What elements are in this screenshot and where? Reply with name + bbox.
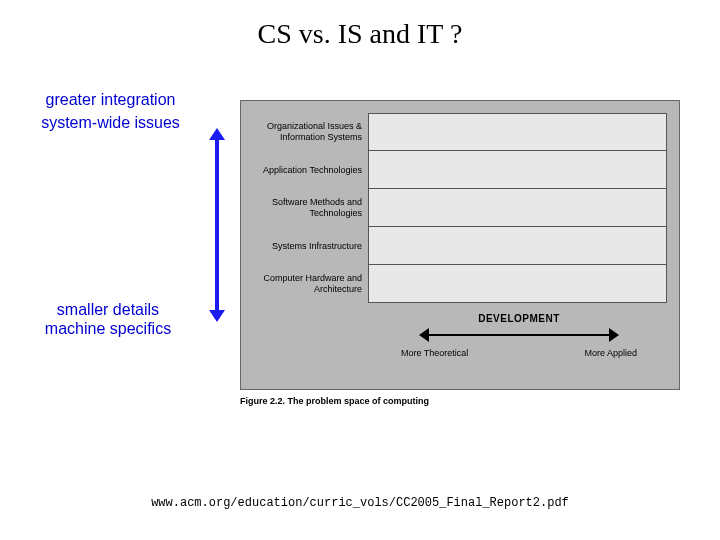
anno-bottom-line2: machine specifics <box>18 319 198 338</box>
layer-box <box>368 150 667 189</box>
layer-label: Organizational Issues & Information Syst… <box>253 113 368 151</box>
development-axis: DEVELOPMENT More Theoretical More Applie… <box>371 313 667 379</box>
layer-row: Software Methods and Technologies <box>253 189 667 227</box>
layer-label: Software Methods and Technologies <box>253 189 368 227</box>
layer-box <box>368 226 667 265</box>
axis-left-label: More Theoretical <box>401 348 468 358</box>
layer-rows: Organizational Issues & Information Syst… <box>253 113 667 303</box>
horizontal-double-arrow-icon <box>419 328 619 342</box>
figure-container: Organizational Issues & Information Syst… <box>240 100 680 406</box>
layer-row: Computer Hardware and Architecture <box>253 265 667 303</box>
layer-row: Organizational Issues & Information Syst… <box>253 113 667 151</box>
anno-top-line2: system-wide issues <box>18 113 203 132</box>
layer-label: Application Technologies <box>253 151 368 189</box>
vertical-double-arrow-icon <box>210 130 224 320</box>
anno-bottom-line1: smaller details <box>18 300 198 319</box>
development-label: DEVELOPMENT <box>371 313 667 324</box>
axis-right-label: More Applied <box>584 348 637 358</box>
layer-row: Systems Infrastructure <box>253 227 667 265</box>
layer-box <box>368 264 667 303</box>
layer-box <box>368 188 667 227</box>
bottom-annotation: smaller details machine specifics <box>18 300 198 338</box>
top-annotation: greater integration system-wide issues <box>18 90 203 136</box>
figure-caption: Figure 2.2. The problem space of computi… <box>240 396 680 406</box>
layer-label: Systems Infrastructure <box>253 227 368 265</box>
axis-labels: More Theoretical More Applied <box>371 348 667 358</box>
figure-body: Organizational Issues & Information Syst… <box>240 100 680 390</box>
footer-url: www.acm.org/education/curric_vols/CC2005… <box>0 496 720 510</box>
layer-label: Computer Hardware and Architecture <box>253 265 368 303</box>
layer-box <box>368 113 667 151</box>
layer-row: Application Technologies <box>253 151 667 189</box>
slide-title: CS vs. IS and IT ? <box>0 18 720 50</box>
anno-top-line1: greater integration <box>18 90 203 109</box>
